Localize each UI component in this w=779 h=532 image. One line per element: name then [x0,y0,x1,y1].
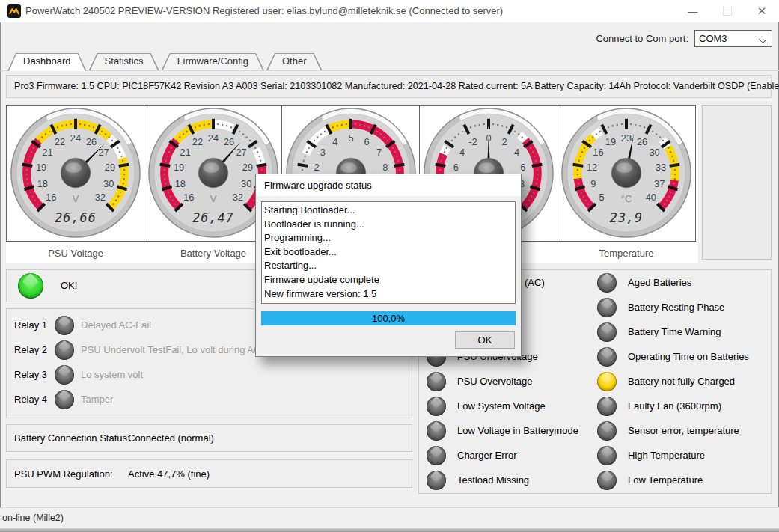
tab-label: Statistics [90,53,159,67]
relay-name: Relay 1 [14,316,47,335]
svg-text:29: 29 [105,162,115,173]
firmware-log-line: Exit bootloader... [264,245,515,260]
indicator-label: Battery not fully Charged [628,372,735,391]
overall-status-led [18,273,43,299]
svg-text:3: 3 [320,147,326,158]
indicator-row-right: Sensor error, temperature [419,421,771,441]
tab-dashboard[interactable]: Dashboard [7,53,87,71]
dialog-title: Firmware upgrade status [264,174,372,196]
svg-text:30: 30 [241,178,251,189]
indicator-label: Battery Time Warning [628,322,721,342]
svg-text:6: 6 [520,162,525,173]
indicator-led [597,273,617,293]
indicator-label: Low Temperature [628,471,703,490]
indicator-led [597,397,617,416]
svg-text:22: 22 [192,136,203,147]
relay-row: Relay 4 Tamper [7,390,412,409]
gauge-hub [61,158,91,188]
indicator-label: Sensor error, temperature [628,421,739,441]
minimize-button[interactable]: — [676,0,710,22]
svg-text:30: 30 [649,147,659,158]
device-info-bar: Pro3 Firmware: 1.5 CPU: PIC18F57K42 Revi… [6,75,772,98]
svg-text:16: 16 [183,192,194,203]
close-button[interactable]: ✕ [745,0,779,22]
window-title: PowerWatch 240502 PREVIEW-VERSION Regist… [25,0,503,22]
svg-text:16: 16 [593,147,603,158]
svg-text:26: 26 [637,136,647,147]
svg-text:23,9: 23,9 [610,210,643,225]
firmware-log-line: Bootloader is running... [264,218,515,232]
tab-label: Other [267,53,322,67]
svg-text:18: 18 [175,178,186,189]
indicator-row-right: Low Temperature [419,471,771,490]
empty-side-panel [702,105,772,260]
title-bar: PowerWatch 240502 PREVIEW-VERSION Regist… [0,0,779,22]
gauge-temperature: 59121619232630333740°C23,9 [557,106,695,241]
svg-text:16: 16 [46,192,56,203]
relay-row: Relay 3 Lo system volt [7,365,412,385]
tab-statistics[interactable]: Statistics [89,53,159,70]
relay-name: Relay 2 [14,340,47,360]
battery-connection-label: Battery Connection Status: [14,425,130,451]
svg-text:°C: °C [621,193,632,204]
gauge-hub [611,158,641,188]
gauge-label-psu-voltage: PSU Voltage [6,248,145,259]
indicator-row-right: Battery not fully Charged [419,372,771,391]
indicator-label: Battery Resting Phase [628,298,724,317]
firmware-log-line: Restarting... [264,259,515,273]
indicator-led [597,298,617,317]
tab-firmware-config[interactable]: Firmware/Config [162,53,264,70]
svg-text:21: 21 [180,147,190,158]
svg-text:4: 4 [332,136,337,147]
relay-status-text: Delayed AC-Fail [81,316,151,335]
relay-status-text: Lo system volt [81,365,143,385]
svg-text:26,47: 26,47 [192,210,234,225]
tab-strip: Dashboard Statistics Firmware/Config Oth… [7,53,325,71]
svg-text:-6: -6 [450,162,458,173]
powerwatch-window: PowerWatch 240502 PREVIEW-VERSION Regist… [0,0,779,532]
firmware-upgrade-dialog: Firmware upgrade status Starting Bootloa… [255,174,522,357]
svg-text:9: 9 [590,178,596,189]
svg-text:23: 23 [621,132,632,144]
battery-connection-panel: Battery Connection Status: Connected (no… [6,424,412,452]
tab-label: Dashboard [8,53,86,67]
overall-status-text: OK! [61,270,77,302]
relay-led [55,340,74,360]
svg-text:-4: -4 [456,147,465,158]
svg-text:4: 4 [514,147,519,158]
indicator-label: Operating Time on Batteries [628,347,749,367]
com-port-label: Connect to Com port: [596,33,688,44]
svg-text:30: 30 [103,178,114,189]
device-info-text: Pro3 Firmware: 1.5 CPU: PIC18F57K42 Revi… [14,76,779,97]
svg-text:8: 8 [382,162,388,173]
indicator-row-right: Faulty Fan (3600rpm) [419,397,771,416]
gauge-psu-voltage: 1618192122242627293032V26,66 [7,106,144,241]
indicator-led [597,322,617,342]
firmware-log-box[interactable]: Starting Bootloader...Bootloader is runn… [261,201,516,304]
tab-other[interactable]: Other [266,53,323,70]
indicator-led [597,347,617,367]
firmware-log-line: Programming... [264,231,515,245]
svg-text:22: 22 [55,136,65,147]
indicator-label: Aged Batteries [628,273,691,293]
indicator-led [597,421,617,441]
svg-text:18: 18 [37,178,48,189]
svg-text:24: 24 [208,132,219,144]
svg-text:5: 5 [348,132,353,144]
dialog-title-bar[interactable]: Firmware upgrade status [256,174,521,196]
svg-text:7: 7 [376,147,382,158]
progress-bar: 100,0% [261,311,516,325]
svg-text:29: 29 [242,162,253,173]
status-bar-text: on-line (Mille2) [2,513,64,523]
svg-text:2: 2 [314,162,320,173]
pwm-regulation-panel: PSU PWM Regulation: Active 47,7% (fine) [6,459,412,488]
svg-text:19: 19 [605,136,616,147]
com-port-select[interactable]: COM3 [694,30,772,47]
indicator-led [597,372,617,391]
gauge-cell-temperature: 59121619232630333740°C23,9 [557,105,696,242]
relay-status-text: PSU Undervolt TestFail, Lo volt during A… [81,340,279,360]
maximize-button[interactable] [710,0,745,22]
indicator-row-right: High Temperature [419,446,771,465]
dialog-ok-button[interactable]: OK [455,331,515,349]
battery-connection-value: Connected (normal) [128,425,214,451]
